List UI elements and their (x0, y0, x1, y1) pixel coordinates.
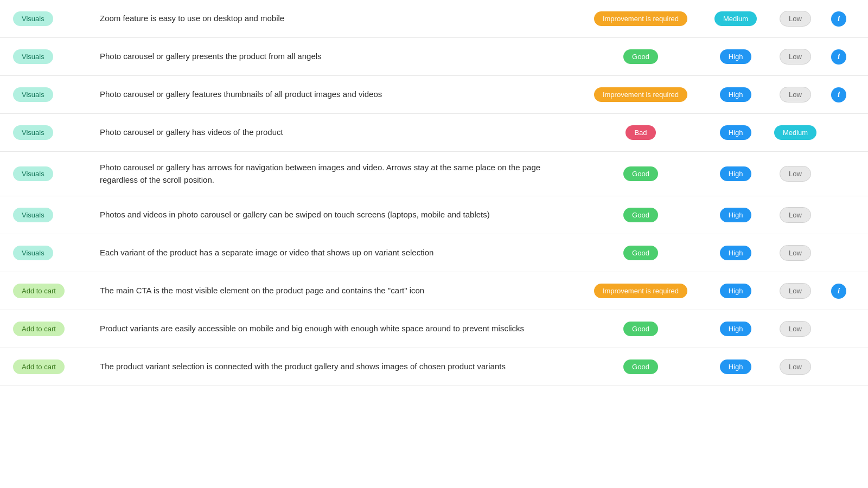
table-row: Visuals Photos and videos in photo carou… (0, 196, 868, 234)
category-badge: Visuals (13, 49, 53, 64)
table-row: Add to cart The main CTA is the most vis… (0, 272, 868, 310)
effort-badge: Low (780, 359, 811, 375)
category-cell: Visuals (13, 246, 100, 260)
category-cell: Visuals (13, 125, 100, 140)
priority-badge: High (720, 246, 752, 260)
status-badge: Good (623, 359, 658, 374)
info-icon[interactable]: i (831, 284, 846, 299)
priority-cell: High (703, 246, 768, 260)
info-cell: i (822, 11, 855, 27)
status-cell: Good (578, 246, 703, 260)
priority-cell: High (703, 359, 768, 374)
category-cell: Add to cart (13, 322, 100, 336)
effort-cell: Low (768, 49, 822, 65)
table-row: Visuals Each variant of the product has … (0, 234, 868, 272)
description-cell: Photo carousel or gallery has videos of … (100, 126, 578, 139)
description-cell: Photo carousel or gallery has arrows for… (100, 162, 578, 186)
status-cell: Bad (578, 125, 703, 140)
status-badge: Good (623, 49, 658, 64)
status-badge: Improvement is required (594, 284, 687, 298)
priority-cell: High (703, 125, 768, 140)
status-badge: Good (623, 208, 658, 222)
category-badge: Visuals (13, 246, 53, 260)
effort-cell: Medium (768, 125, 822, 140)
table-row: Add to cart Product variants are easily … (0, 310, 868, 348)
category-badge: Visuals (13, 208, 53, 222)
priority-badge: High (720, 284, 752, 298)
effort-cell: Low (768, 11, 822, 27)
status-badge: Good (623, 166, 658, 181)
status-badge: Good (623, 246, 658, 260)
description-cell: Zoom feature is easy to use on desktop a… (100, 12, 578, 25)
category-badge: Add to cart (13, 359, 65, 374)
priority-badge: High (720, 166, 752, 181)
priority-cell: High (703, 87, 768, 102)
table-row: Add to cart The product variant selectio… (0, 348, 868, 386)
category-cell: Add to cart (13, 359, 100, 374)
info-icon[interactable]: i (831, 87, 846, 102)
category-badge: Visuals (13, 11, 53, 26)
status-badge: Improvement is required (594, 87, 687, 102)
category-badge: Visuals (13, 87, 53, 102)
category-cell: Add to cart (13, 284, 100, 298)
priority-cell: Medium (703, 11, 768, 26)
priority-badge: High (720, 322, 752, 336)
effort-cell: Low (768, 283, 822, 299)
priority-cell: High (703, 208, 768, 222)
effort-cell: Low (768, 166, 822, 182)
priority-cell: High (703, 166, 768, 181)
description-cell: Photos and videos in photo carousel or g… (100, 209, 578, 221)
effort-badge: Low (780, 207, 811, 223)
table-row: Visuals Photo carousel or gallery presen… (0, 38, 868, 76)
category-cell: Visuals (13, 87, 100, 102)
description-cell: The main CTA is the most visible element… (100, 285, 578, 297)
info-icon[interactable]: i (831, 11, 846, 27)
effort-cell: Low (768, 87, 822, 102)
effort-cell: Low (768, 245, 822, 261)
status-cell: Improvement is required (578, 87, 703, 102)
table-row: Visuals Photo carousel or gallery has vi… (0, 114, 868, 152)
effort-badge: Low (780, 11, 811, 27)
status-badge: Improvement is required (594, 11, 687, 26)
priority-badge: High (720, 208, 752, 222)
status-badge: Good (623, 322, 658, 336)
table-row: Visuals Photo carousel or gallery has ar… (0, 152, 868, 196)
effort-badge: Low (780, 49, 811, 65)
category-cell: Visuals (13, 166, 100, 181)
priority-cell: High (703, 322, 768, 336)
effort-cell: Low (768, 359, 822, 375)
priority-badge: High (720, 87, 752, 102)
priority-badge: High (720, 125, 752, 140)
priority-badge: Medium (714, 11, 757, 26)
category-badge: Add to cart (13, 284, 65, 298)
priority-badge: High (720, 49, 752, 64)
status-cell: Good (578, 166, 703, 181)
effort-badge: Medium (774, 125, 816, 140)
info-cell: i (822, 284, 855, 299)
category-cell: Visuals (13, 49, 100, 64)
effort-badge: Low (780, 283, 811, 299)
effort-badge: Low (780, 87, 811, 102)
priority-cell: High (703, 284, 768, 298)
main-table: Visuals Zoom feature is easy to use on d… (0, 0, 868, 386)
description-cell: Photo carousel or gallery presents the p… (100, 50, 578, 63)
table-row: Visuals Photo carousel or gallery featur… (0, 76, 868, 114)
priority-cell: High (703, 49, 768, 64)
table-row: Visuals Zoom feature is easy to use on d… (0, 0, 868, 38)
category-cell: Visuals (13, 208, 100, 222)
info-cell: i (822, 87, 855, 102)
status-cell: Good (578, 49, 703, 64)
description-cell: Product variants are easily accessible o… (100, 323, 578, 335)
category-cell: Visuals (13, 11, 100, 26)
status-cell: Good (578, 359, 703, 374)
effort-badge: Low (780, 245, 811, 261)
category-badge: Add to cart (13, 322, 65, 336)
info-icon[interactable]: i (831, 49, 846, 65)
description-cell: Each variant of the product has a separa… (100, 247, 578, 259)
status-badge: Bad (626, 125, 655, 140)
category-badge: Visuals (13, 125, 53, 140)
effort-badge: Low (780, 166, 811, 182)
status-cell: Improvement is required (578, 284, 703, 298)
status-cell: Improvement is required (578, 11, 703, 26)
description-cell: Photo carousel or gallery features thumb… (100, 88, 578, 101)
